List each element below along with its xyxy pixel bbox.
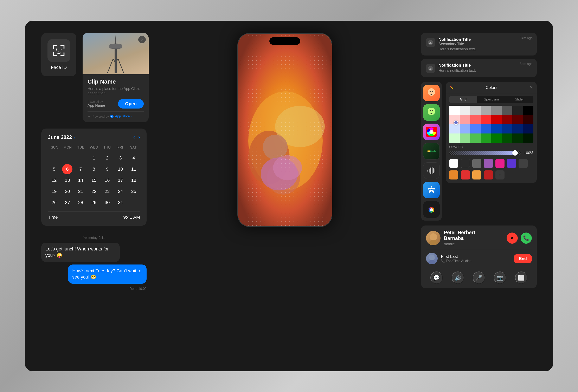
second-avatar-svg [426,253,438,264]
cal-cell-27[interactable]: 27 [62,197,72,208]
colors-close-button[interactable]: ✕ [529,85,533,90]
cal-cell-24[interactable]: 24 [115,186,126,197]
svg-point-41 [430,208,433,211]
speaker-control-button[interactable]: 🔊 [452,271,464,284]
swatch-red2[interactable] [484,171,493,179]
app-store-link[interactable]: App Store › [115,115,132,118]
pencil-icon: ✏️ [450,86,454,89]
cal-cell-12[interactable]: 12 [49,175,59,185]
cal-cell-16[interactable]: 16 [102,175,112,185]
dock-color-wheel-icon[interactable] [423,124,440,140]
cal-cell-18[interactable]: 18 [129,175,139,185]
cal-cell-20[interactable]: 20 [62,186,72,197]
dock-waveform-icon[interactable] [423,162,440,179]
caller-info: Peter HerbertBarnaba mobile [444,230,503,246]
dock-memoji-icon[interactable] [423,85,440,101]
calendar-header: June 2022 › ‹ › [48,134,140,140]
cal-cell-10[interactable]: 10 [115,164,126,174]
colors-tab-slider[interactable]: Slider [505,96,533,103]
camera-control-button[interactable]: 📷 [494,271,506,284]
dock-apple-cash-icon[interactable]: 💳Cash [423,143,440,160]
cal-cell-13[interactable]: 13 [62,175,72,185]
swatch-pink[interactable] [495,159,505,168]
color-grid [449,106,533,143]
sw-4 [481,106,491,115]
mic-control-button[interactable]: 🎤 [473,271,485,284]
screen-control-button[interactable]: ⬜ [515,271,528,284]
cal-cell-28[interactable]: 28 [76,197,86,208]
animoji-svg [425,106,438,119]
cal-cell-empty3 [76,153,86,163]
svg-point-22 [432,91,433,92]
open-button[interactable]: Open [118,99,144,109]
left-column: Face ID [41,33,149,291]
cal-cell-15[interactable]: 15 [89,175,99,185]
notif-body-2: Here's notification text. [438,69,476,73]
cal-cell-3[interactable]: 3 [115,153,126,163]
powered-by: Powered by App Name [88,100,105,108]
swatch-orange[interactable] [449,171,458,179]
prev-month-button[interactable]: ‹ [133,134,135,140]
swatch-white[interactable] [449,159,458,168]
sw-19 [470,124,481,133]
accept-call-button[interactable]: 📞 [521,232,532,244]
swatch-orange2[interactable] [472,171,482,179]
cal-cell-26[interactable]: 26 [49,197,59,208]
dock-animoji-icon[interactable] [423,104,440,121]
colors-tab-spectrum[interactable]: Spectrum [477,96,505,103]
cal-cell-29[interactable]: 29 [89,197,99,208]
notification-card-2: 34m ago Notification Title Here's notifi… [421,59,537,77]
close-button[interactable]: ✕ [138,36,146,43]
svg-text:A: A [111,115,113,118]
cal-cell-7[interactable]: 7 [76,164,86,174]
cal-cell-19[interactable]: 19 [49,186,59,197]
swatch-dark-purple[interactable] [507,159,516,168]
swatch-dark-gray[interactable] [519,159,528,168]
color-picker-gradient[interactable] [449,106,533,143]
day-thu: THU [100,144,114,151]
swatch-red[interactable] [461,171,470,179]
cal-cell-31[interactable]: 31 [115,197,126,208]
sw-25 [449,133,460,143]
cal-cell-2[interactable]: 2 [102,153,112,163]
sw-18 [460,124,470,133]
end-call-button[interactable]: End [514,254,532,263]
sw-8 [523,106,533,115]
cal-cell-5[interactable]: 5 [49,164,59,174]
cal-cell-8[interactable]: 8 [89,164,99,174]
swatch-black[interactable] [461,159,470,168]
content-area: Face ID [25,21,553,371]
cal-cell-21[interactable]: 21 [76,186,86,197]
app-store-icon-small: A [110,115,114,118]
dock-app-store-icon[interactable] [423,182,440,198]
sw-23 [512,124,523,133]
cal-cell-25[interactable]: 25 [129,186,139,197]
app-store-svg [426,185,436,195]
add-swatch-button[interactable]: + [495,171,505,179]
colors-tab-grid[interactable]: Grid [449,96,477,103]
svg-rect-31 [430,168,431,174]
cal-cell-14[interactable]: 14 [76,175,86,185]
messages-container: Let's get lunch! When works for you? 😜 H… [41,243,146,291]
cal-cell-30[interactable]: 30 [102,197,112,208]
next-month-button[interactable]: › [138,134,140,140]
cal-cell-4[interactable]: 4 [129,153,139,163]
cal-cell-17[interactable]: 17 [115,175,126,185]
message-control-button[interactable]: 💬 [431,271,443,284]
sw-13 [491,115,502,124]
opacity-thumb[interactable] [512,150,518,156]
cal-cell-22[interactable]: 22 [89,186,99,197]
cal-cell-11[interactable]: 11 [129,164,139,174]
decline-call-button[interactable]: ✕ [507,232,518,244]
cal-cell-23[interactable]: 23 [102,186,112,197]
opacity-slider[interactable] [449,151,521,155]
cal-cell-6-today[interactable]: 6 [62,164,72,174]
iphone-screen [238,34,332,226]
cal-cell-1[interactable]: 1 [89,153,99,163]
cal-cell-9[interactable]: 9 [102,164,112,174]
clip-info: Clip Name Here's a place for the App Cli… [83,74,149,122]
swatch-purple[interactable] [484,159,493,168]
swatch-gray[interactable] [472,159,482,168]
dock-photos-icon[interactable] [423,201,440,218]
color-picker-cursor[interactable] [454,121,458,125]
